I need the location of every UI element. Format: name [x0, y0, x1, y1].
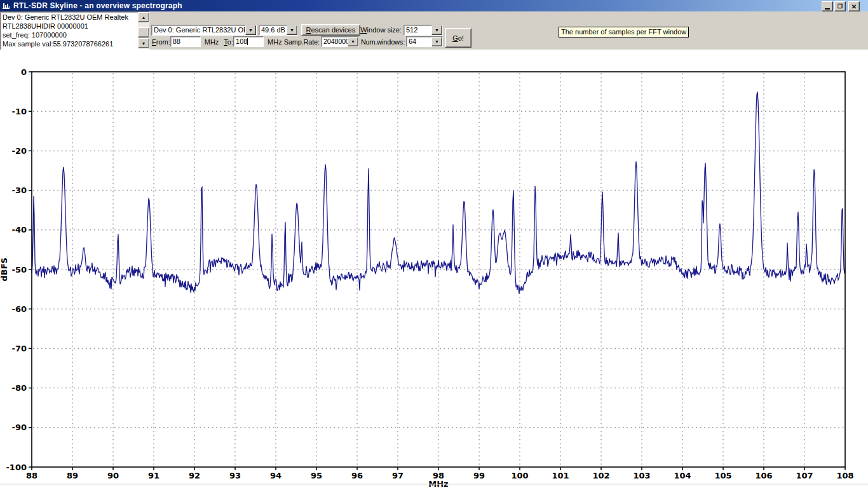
samp-rate-label: Samp.Rate:: [284, 38, 320, 46]
chevron-down-icon[interactable]: ▼: [287, 25, 297, 35]
restore-icon: ❐: [837, 4, 843, 10]
scrollbar-thumb[interactable]: [138, 27, 149, 37]
scroll-up-icon[interactable]: ▲: [138, 12, 149, 22]
titlebar[interactable]: RTL-SDR Skyline - an overview spectrogra…: [0, 0, 868, 11]
num-windows-value: 64: [407, 37, 431, 46]
gain-select-value: 49.6 dB: [259, 25, 287, 35]
svg-text:-30: -30: [12, 186, 27, 195]
app-icon: [2, 1, 11, 10]
device-select[interactable]: Dev 0: Generic RTL2832U OEM Realtek ▼: [151, 25, 257, 36]
svg-text:102: 102: [592, 471, 609, 480]
app-window: RTL-SDR Skyline - an overview spectrogra…: [0, 0, 868, 488]
close-icon: ✕: [851, 4, 857, 10]
window-size-select[interactable]: 512 ▼: [403, 25, 443, 36]
samp-rate-select[interactable]: 2048000 ▼: [321, 36, 359, 47]
svg-text:96: 96: [351, 471, 363, 480]
spectrum-plot: 0-10-20-30-40-50-60-70-80-90-10088899091…: [0, 50, 868, 488]
to-input[interactable]: 108: [233, 36, 264, 47]
mhz-label: MHz: [268, 38, 282, 46]
samp-rate-value: 2048000: [322, 37, 348, 46]
svg-text:97: 97: [392, 471, 403, 480]
minimize-icon: [825, 8, 830, 10]
device-log-listbox[interactable]: Dev 0: Generic RTL2832U OEM Realtek RTL2…: [0, 11, 149, 50]
device-select-value: Dev 0: Generic RTL2832U OEM Realtek: [152, 25, 245, 35]
svg-text:100: 100: [511, 471, 528, 480]
svg-text:107: 107: [796, 471, 813, 480]
log-line: set_freq: 107000000: [3, 30, 137, 39]
scroll-down-icon[interactable]: ▼: [138, 38, 149, 48]
from-input[interactable]: 88: [170, 36, 201, 47]
to-input-value: 108: [236, 37, 247, 45]
to-label: To:: [224, 38, 233, 46]
svg-text:88: 88: [26, 471, 37, 480]
toolbar-row-2: From: 88 MHz To: 108 MHz Samp.Rate: 2048…: [152, 36, 443, 47]
svg-text:94: 94: [270, 471, 281, 480]
svg-text:-40: -40: [12, 225, 27, 234]
spectrum-chart: 0-10-20-30-40-50-60-70-80-90-10088899091…: [0, 50, 868, 488]
minimize-button[interactable]: [822, 1, 833, 11]
svg-text:105: 105: [714, 471, 731, 480]
window-controls: ❐ ✕: [820, 1, 860, 11]
listbox-scrollbar[interactable]: ▲ ▼: [138, 12, 149, 48]
svg-text:dBFS: dBFS: [0, 257, 9, 281]
log-line: Max sample val:55.9732078766261: [3, 39, 137, 48]
svg-text:-50: -50: [12, 265, 27, 274]
fft-window-tooltip: The number of samples per FFT window: [559, 27, 689, 37]
svg-text:-90: -90: [12, 423, 27, 432]
window-size-value: 512: [404, 25, 431, 35]
svg-text:-10: -10: [12, 107, 27, 116]
svg-text:93: 93: [229, 471, 241, 480]
device-log-lines: Dev 0: Generic RTL2832U OEM Realtek RTL2…: [3, 13, 137, 48]
svg-text:-80: -80: [12, 383, 27, 393]
svg-text:-100: -100: [6, 463, 27, 472]
chevron-down-icon[interactable]: ▼: [431, 37, 442, 46]
log-line: Dev 0: Generic RTL2832U OEM Realtek: [3, 13, 137, 22]
close-button[interactable]: ✕: [848, 1, 860, 11]
num-windows-label: Num.windows:: [361, 38, 405, 46]
chevron-down-icon[interactable]: ▼: [245, 25, 256, 35]
svg-text:95: 95: [311, 471, 322, 480]
svg-text:104: 104: [674, 471, 691, 480]
gain-select[interactable]: 49.6 dB ▼: [259, 25, 298, 36]
svg-text:99: 99: [473, 471, 485, 480]
svg-text:MHz: MHz: [428, 479, 448, 488]
from-label: From:: [152, 38, 170, 46]
svg-text:89: 89: [67, 471, 78, 480]
svg-text:103: 103: [633, 471, 650, 480]
rescan-devices-button[interactable]: Rescan devices: [301, 24, 361, 36]
window-size-label: Window size:: [360, 26, 403, 34]
text-caret: [247, 38, 248, 45]
window-title: RTL-SDR Skyline - an overview spectrogra…: [13, 1, 182, 10]
svg-text:106: 106: [755, 471, 772, 480]
svg-text:92: 92: [189, 471, 200, 480]
chevron-down-icon[interactable]: ▼: [348, 37, 358, 46]
svg-text:90: 90: [107, 471, 119, 480]
go-button[interactable]: Go!: [445, 28, 471, 48]
toolbar-row-1: Dev 0: Generic RTL2832U OEM Realtek ▼ 49…: [151, 24, 443, 36]
svg-text:108: 108: [836, 471, 853, 480]
restore-button[interactable]: ❐: [834, 1, 846, 11]
num-windows-select[interactable]: 64 ▼: [406, 36, 443, 47]
from-input-value: 88: [173, 37, 180, 45]
svg-text:0: 0: [21, 67, 27, 77]
toolbar: Dev 0: Generic RTL2832U OEM Realtek RTL2…: [0, 11, 868, 50]
mhz-label: MHz: [205, 38, 219, 46]
svg-text:101: 101: [552, 471, 569, 480]
svg-text:91: 91: [148, 471, 159, 480]
svg-text:-60: -60: [12, 304, 27, 314]
svg-text:-70: -70: [12, 344, 27, 353]
log-line: RTL2838UHIDIR 00000001: [3, 22, 137, 30]
chevron-down-icon[interactable]: ▼: [431, 25, 442, 35]
svg-text:-20: -20: [12, 146, 27, 156]
